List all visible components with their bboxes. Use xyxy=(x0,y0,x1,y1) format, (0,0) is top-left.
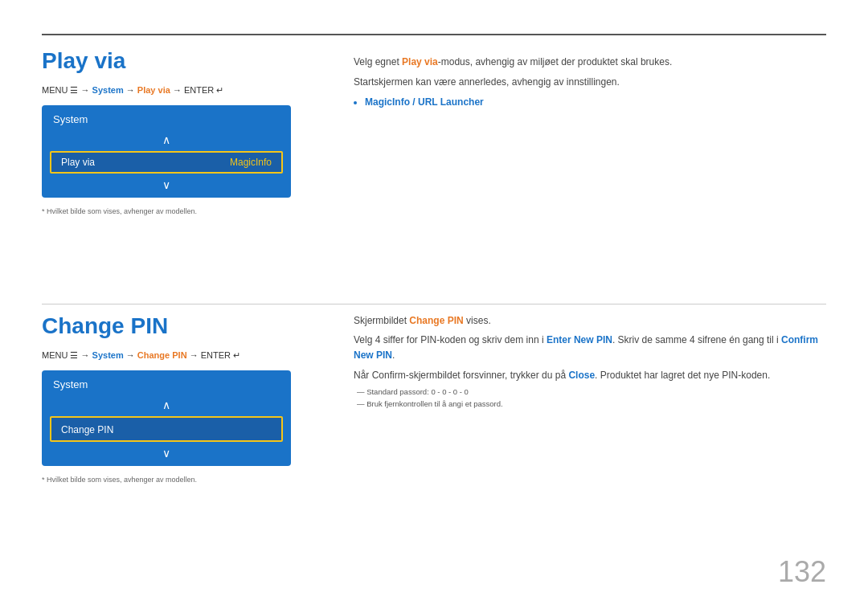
enter-icon-2: ↵ xyxy=(231,350,240,360)
top-rule xyxy=(42,34,826,35)
menu-icon: ☰ xyxy=(68,85,80,95)
play-via-title: Play via xyxy=(42,48,331,74)
play-via-bullet-item: MagicInfo / URL Launcher xyxy=(365,96,826,108)
change-pin-footnote: * Hvilket bilde som vises, avhenger av m… xyxy=(42,476,331,484)
down-arrow-2: ∨ xyxy=(42,445,291,461)
play-via-item-value: MagicInfo xyxy=(230,157,272,168)
pin-footnote1: ― Standard passord: 0 - 0 - 0 - 0 xyxy=(354,387,826,396)
section-divider xyxy=(42,304,826,304)
change-pin-item-label: Change PIN xyxy=(61,424,113,435)
menu-label: MENU xyxy=(42,85,68,95)
arrow1-2: → xyxy=(81,350,92,360)
page-number: 132 xyxy=(778,555,826,589)
pin-footnote2: ― Bruk fjernkontrollen til å angi et pas… xyxy=(354,399,826,408)
play-via-label: Play via xyxy=(137,85,170,95)
play-via-desc2: Startskjermen kan være annerledes, avhen… xyxy=(354,75,826,90)
system-box-header-2: System xyxy=(42,375,291,397)
arrow1: → xyxy=(81,85,92,95)
enter-label-2: ENTER xyxy=(201,350,231,360)
change-pin-item: Change PIN xyxy=(50,416,283,442)
play-via-inline-highlight: Play via xyxy=(402,56,438,67)
menu-label-2: MENU xyxy=(42,350,68,360)
close-highlight: Close xyxy=(568,370,595,381)
play-via-left: Play via MENU ☰ → System → Play via → EN… xyxy=(42,48,331,215)
change-pin-right: Skjermbildet Change PIN vises. Velg 4 si… xyxy=(354,313,826,408)
play-via-system-box: System ∧ Play via MagicInfo ∨ xyxy=(42,105,291,198)
down-arrow: ∨ xyxy=(42,177,291,193)
play-via-item-label: Play via xyxy=(61,157,95,168)
arrow3-2: → xyxy=(187,350,201,360)
arrow2-2: → xyxy=(124,350,137,360)
play-via-bullet-list: MagicInfo / URL Launcher xyxy=(365,96,826,108)
change-pin-system-box: System ∧ Change PIN ∨ xyxy=(42,370,291,466)
system-label-2: System xyxy=(92,350,124,360)
play-via-footnote: * Hvilket bilde som vises, avhenger av m… xyxy=(42,207,331,215)
play-via-item: Play via MagicInfo xyxy=(50,151,283,174)
change-pin-inline-highlight: Change PIN xyxy=(409,315,463,326)
page: Play via MENU ☰ → System → Play via → EN… xyxy=(0,0,868,613)
change-pin-left: Change PIN MENU ☰ → System → Change PIN … xyxy=(42,313,331,484)
enter-new-pin: Enter New PIN xyxy=(547,334,612,345)
enter-label: ENTER xyxy=(184,85,214,95)
change-pin-desc2: Velg 4 siffer for PIN-koden og skriv dem… xyxy=(354,333,826,363)
change-pin-menu-path: MENU ☰ → System → Change PIN → ENTER ↵ xyxy=(42,350,331,361)
up-arrow-2: ∧ xyxy=(42,397,291,413)
play-via-menu-path: MENU ☰ → System → Play via → ENTER ↵ xyxy=(42,85,331,96)
enter-icon: ↵ xyxy=(214,85,223,95)
arrow3: → xyxy=(170,85,184,95)
change-pin-desc3: Når Confirm-skjermbildet forsvinner, try… xyxy=(354,368,826,383)
menu-icon-2: ☰ xyxy=(68,350,80,360)
play-via-right: Velg egnet Play via-modus, avhengig av m… xyxy=(354,55,826,108)
up-arrow: ∧ xyxy=(42,132,291,148)
change-pin-desc1: Skjermbildet Change PIN vises. xyxy=(354,313,826,329)
change-pin-title: Change PIN xyxy=(42,313,331,339)
play-via-desc1: Velg egnet Play via-modus, avhengig av m… xyxy=(354,55,826,70)
change-pin-label: Change PIN xyxy=(137,350,187,360)
system-label: System xyxy=(92,85,124,95)
arrow2: → xyxy=(124,85,137,95)
system-box-header: System xyxy=(42,110,291,132)
